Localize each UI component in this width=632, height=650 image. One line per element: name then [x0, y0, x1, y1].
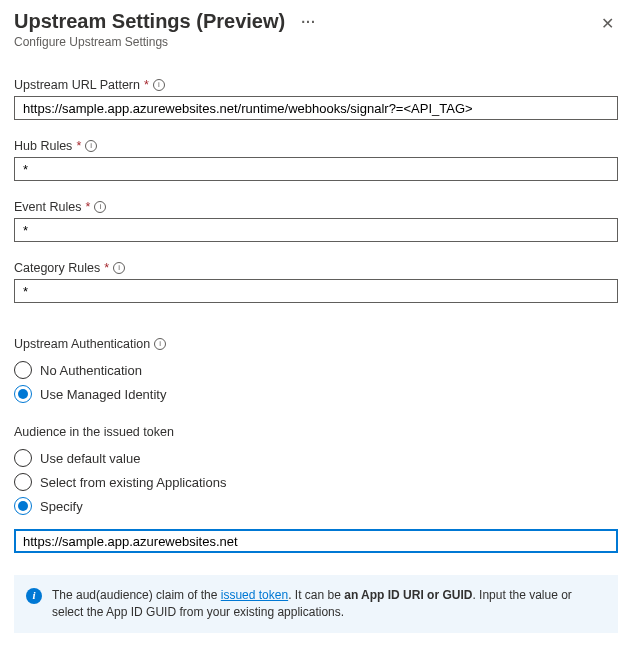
radio-icon — [14, 385, 32, 403]
event-rules-label: Event Rules * i — [14, 200, 106, 214]
info-icon[interactable]: i — [94, 201, 106, 213]
radio-icon — [14, 449, 32, 467]
auth-option-managed[interactable]: Use Managed Identity — [14, 385, 618, 403]
page-title-text: Upstream Settings (Preview) — [14, 10, 285, 33]
hub-rules-label: Hub Rules * i — [14, 139, 97, 153]
hub-rules-input[interactable] — [14, 157, 618, 181]
radio-label: Specify — [40, 499, 83, 514]
radio-label: No Authentication — [40, 363, 142, 378]
info-text: The aud(audience) claim of the issued to… — [52, 587, 604, 621]
info-box: i The aud(audience) claim of the issued … — [14, 575, 618, 633]
audience-value-input[interactable] — [14, 529, 618, 553]
radio-label: Use default value — [40, 451, 140, 466]
radio-label: Select from existing Applications — [40, 475, 226, 490]
audience-radio-group: Use default value Select from existing A… — [14, 449, 618, 515]
url-pattern-label: Upstream URL Pattern * i — [14, 78, 165, 92]
category-rules-label: Category Rules * i — [14, 261, 125, 275]
audience-option-select[interactable]: Select from existing Applications — [14, 473, 618, 491]
auth-label: Upstream Authentication i — [14, 337, 166, 351]
audience-option-default[interactable]: Use default value — [14, 449, 618, 467]
page-title: Upstream Settings (Preview) ··· — [14, 10, 316, 33]
close-icon[interactable]: ✕ — [597, 10, 618, 37]
category-rules-input[interactable] — [14, 279, 618, 303]
info-icon[interactable]: i — [153, 79, 165, 91]
info-icon[interactable]: i — [113, 262, 125, 274]
more-icon[interactable]: ··· — [301, 14, 316, 30]
event-rules-input[interactable] — [14, 218, 618, 242]
audience-label: Audience in the issued token — [14, 425, 174, 439]
audience-option-specify[interactable]: Specify — [14, 497, 618, 515]
issued-token-link[interactable]: issued token — [221, 588, 288, 602]
page-subtitle: Configure Upstream Settings — [14, 35, 597, 49]
radio-icon — [14, 473, 32, 491]
url-pattern-input[interactable] — [14, 96, 618, 120]
info-icon[interactable]: i — [154, 338, 166, 350]
info-icon: i — [26, 588, 42, 604]
auth-radio-group: No Authentication Use Managed Identity — [14, 361, 618, 403]
radio-label: Use Managed Identity — [40, 387, 166, 402]
radio-icon — [14, 361, 32, 379]
auth-option-none[interactable]: No Authentication — [14, 361, 618, 379]
radio-icon — [14, 497, 32, 515]
info-icon[interactable]: i — [85, 140, 97, 152]
